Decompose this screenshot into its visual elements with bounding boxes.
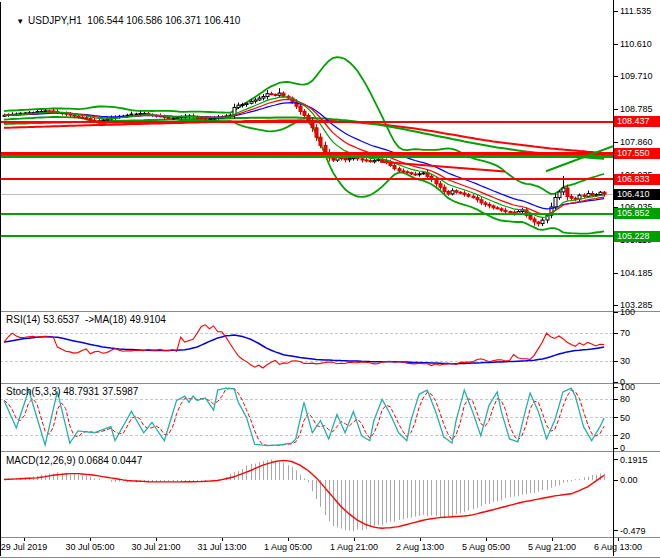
time-axis-label: 31 Jul 13:00	[197, 542, 246, 552]
time-axis-tick	[486, 538, 487, 541]
time-axis-tick	[420, 538, 421, 541]
time-axis-tick	[288, 538, 289, 541]
main-price-chart[interactable]	[0, 0, 660, 312]
price-tick-label: 107.860	[620, 137, 660, 147]
price-level-box: 105.228	[614, 231, 660, 242]
macd-tick-label: 0.00	[620, 475, 660, 485]
rsi-label: RSI(14) 53.6537 ->MA(18) 49.9104	[6, 314, 166, 325]
price-level-box: 108.437	[614, 116, 660, 127]
stoch-label: Stoch(5,3,3) 48.7931 37.5987	[6, 386, 138, 397]
time-axis-tick	[90, 538, 91, 541]
macd-tick-label: -0.479	[620, 526, 660, 536]
panel-separator	[0, 311, 660, 312]
stoch-tick-label: 50	[620, 413, 660, 423]
price-axis-border	[613, 0, 614, 556]
time-axis-label: 29 Jul 2019	[1, 542, 48, 552]
time-axis-label: 5 Aug 21:00	[528, 542, 576, 552]
time-axis-tick	[24, 538, 25, 541]
time-axis-tick	[552, 538, 553, 541]
time-axis-tick	[618, 538, 619, 541]
time-axis-tick	[156, 538, 157, 541]
price-level-box: 106.410	[614, 189, 660, 200]
price-tick-label: 104.185	[620, 268, 660, 278]
time-axis-label: 5 Aug 05:00	[462, 542, 510, 552]
stoch-tick-label: 20	[620, 431, 660, 441]
chart-left-border	[0, 2, 1, 556]
macd-label: MACD(12,26,9) 0.0684 0.0447	[6, 455, 142, 466]
time-axis-label: 30 Jul 05:00	[65, 542, 114, 552]
time-axis-tick	[354, 538, 355, 541]
price-tick-label: 108.785	[620, 104, 660, 114]
stoch-tick-label: 80	[620, 394, 660, 404]
price-level-box: 105.852	[614, 208, 660, 219]
price-tick-label: 111.535	[620, 6, 660, 16]
time-axis-label: 30 Jul 21:00	[131, 542, 180, 552]
panel-separator	[0, 383, 660, 384]
panel-separator	[0, 451, 660, 452]
panel-separator	[0, 537, 660, 538]
rsi-tick-label: 70	[620, 328, 660, 338]
price-level-box: 107.550	[614, 148, 660, 159]
chart-bottom-border	[0, 557, 660, 558]
mt4-chart-window: ▼USDJPY,H1 106.544 106.586 106.371 106.4…	[0, 0, 660, 560]
price-tick-label: 109.710	[620, 71, 660, 81]
rsi-tick-label: 100	[620, 307, 660, 317]
price-tick-label: 110.610	[620, 39, 660, 49]
stoch-tick-label: 0	[620, 443, 660, 453]
price-level-box: 106.833	[614, 174, 660, 185]
time-axis-label: 1 Aug 21:00	[330, 542, 378, 552]
time-axis-tick	[222, 538, 223, 541]
stoch-tick-label: 100	[620, 382, 660, 392]
macd-tick-label: 0.1915	[620, 455, 660, 465]
time-axis-label: 6 Aug 13:00	[594, 542, 642, 552]
time-axis-label: 2 Aug 13:00	[396, 542, 444, 552]
time-axis-label: 1 Aug 05:00	[264, 542, 312, 552]
rsi-tick-label: 30	[620, 356, 660, 366]
